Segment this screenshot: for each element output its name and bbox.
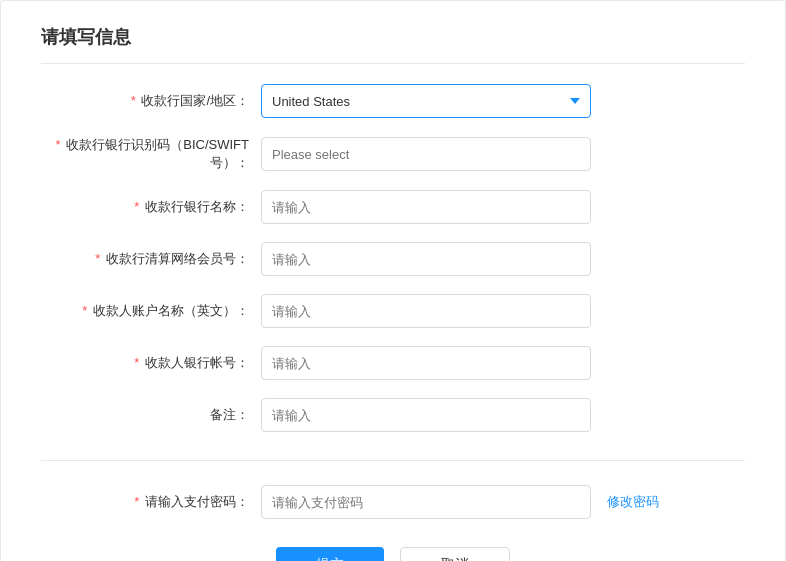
- swift-row: * 收款行银行识别码（BIC/SWIFT号）：: [41, 136, 745, 172]
- account-name-label: * 收款人账户名称（英文）：: [41, 302, 261, 320]
- clearing-row: * 收款行清算网络会员号：: [41, 242, 745, 276]
- required-star-7: *: [134, 494, 139, 509]
- clearing-input[interactable]: [261, 242, 591, 276]
- required-star-5: *: [82, 303, 87, 318]
- required-star-2: *: [56, 137, 61, 152]
- country-label: * 收款行国家/地区：: [41, 92, 261, 110]
- country-select[interactable]: United States China United Kingdom: [261, 84, 591, 118]
- bank-name-row: * 收款行银行名称：: [41, 190, 745, 224]
- account-number-input[interactable]: [261, 346, 591, 380]
- swift-input[interactable]: [261, 137, 591, 171]
- account-number-control: [261, 346, 591, 380]
- bank-name-input[interactable]: [261, 190, 591, 224]
- account-name-row: * 收款人账户名称（英文）：: [41, 294, 745, 328]
- required-star: *: [131, 93, 136, 108]
- clearing-label: * 收款行清算网络会员号：: [41, 250, 261, 268]
- account-name-control: [261, 294, 591, 328]
- remark-control: [261, 398, 591, 432]
- form-body: * 收款行国家/地区： United States China United K…: [41, 84, 745, 561]
- change-password-link[interactable]: 修改密码: [607, 493, 659, 511]
- swift-label: * 收款行银行识别码（BIC/SWIFT号）：: [41, 136, 261, 172]
- divider: [41, 460, 745, 461]
- cancel-button[interactable]: 取消: [400, 547, 510, 561]
- account-number-label: * 收款人银行帐号：: [41, 354, 261, 372]
- remark-label: 备注：: [41, 406, 261, 424]
- country-row: * 收款行国家/地区： United States China United K…: [41, 84, 745, 118]
- form-container: 请填写信息 * 收款行国家/地区： United States China Un…: [0, 0, 786, 561]
- required-star-4: *: [95, 251, 100, 266]
- bank-name-label: * 收款行银行名称：: [41, 198, 261, 216]
- form-title: 请填写信息: [41, 25, 745, 64]
- remark-row: 备注：: [41, 398, 745, 432]
- swift-control: [261, 137, 591, 171]
- password-control: [261, 485, 591, 519]
- password-label: * 请输入支付密码：: [41, 493, 261, 511]
- required-star-6: *: [134, 355, 139, 370]
- country-control: United States China United Kingdom: [261, 84, 591, 118]
- remark-input[interactable]: [261, 398, 591, 432]
- account-name-input[interactable]: [261, 294, 591, 328]
- required-star-3: *: [134, 199, 139, 214]
- account-number-row: * 收款人银行帐号：: [41, 346, 745, 380]
- clearing-control: [261, 242, 591, 276]
- bank-name-control: [261, 190, 591, 224]
- submit-button[interactable]: 提交: [276, 547, 384, 561]
- form-actions: 提交 取消: [41, 547, 745, 561]
- password-input[interactable]: [261, 485, 591, 519]
- password-row: * 请输入支付密码： 修改密码: [41, 485, 745, 519]
